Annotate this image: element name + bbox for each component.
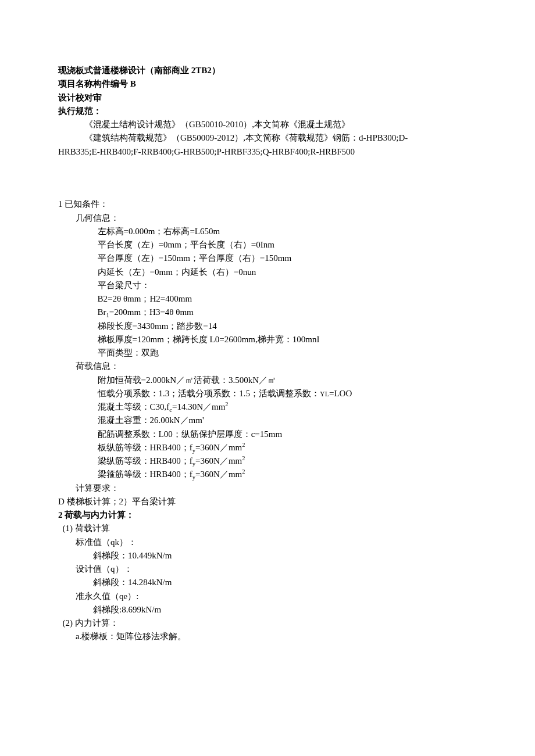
text: =LOO [329,389,352,398]
q-value: 斜梯段：14.284kN/m [58,576,477,589]
spec-line-2a: 《建筑结构荷载规范》（GB50009-2012）,本文简称《荷载规范》钢筋：d-… [58,131,477,145]
geom-line: 梯段长度=3430mm；踏步数=14 [58,320,477,333]
text: 梁纵筋等级：HRB400；f [98,456,192,465]
text: 恒载分项系数：1.3；活载分项系数：1.5；活载调整系数： [98,389,320,398]
superscript: 2 [242,442,245,448]
text: =200mm；H3=4θ θmm [109,307,194,317]
text: 板纵筋等级：HRB400；f [98,443,192,452]
geom-line: Br1=200mm；H3=4θ θmm [58,306,477,319]
superscript: 2 [242,455,245,461]
line-design-review: 设计校对审 [58,91,477,105]
calc-sub-2a: a.楼梯板：矩阵位移法求解。 [58,630,477,643]
qe-head: 准永久值（qe）: [58,590,477,603]
text: =14.30N／mm [172,402,225,411]
qe-value: 斜梯段:8.699kN/m [58,603,477,617]
geom-line: 内延长（左）=0mm；内延长（右）=0nun [58,266,477,279]
load-line: 附加恒荷载=2.000kN／㎡活荷载：3.500kN／㎡ [58,374,477,387]
geom-line: 平台厚度（左）=150mm；平台厚度（右）=150mm [58,252,477,265]
geom-line: 平面类型：双跑 [58,346,477,360]
text: Br [98,307,106,317]
geom-head: 几何信息： [58,212,477,225]
section-1-head: 1 已知条件： [58,198,477,211]
geom-line: B2=2θ θmm；H2=400mm [58,292,477,306]
document-body: 现浇板式普通楼梯设计（南部商业 2TB2） 项目名称构件编号 B 设计校对审 执… [58,64,477,644]
title-bold: 现浇板式普通楼梯设计（南部商业 2TB2） [58,66,220,75]
design-title: 现浇板式普通楼梯设计（南部商业 2TB2） [58,64,477,77]
load-line: 混凝土容重：26.00kN／mm' [58,414,477,427]
text: =360N／mm [195,470,242,479]
qk-head: 标准值（qk）： [58,536,477,549]
load-line: 板纵筋等级：HRB400；fy=360N／mm2 [58,441,477,454]
load-line: 恒载分项系数：1.3；活载分项系数：1.5；活载调整系数：YL=LOO [58,387,477,400]
load-line: 梁箍筋等级：HRB400；fy=360N／mm2 [58,468,477,481]
geom-line: 梯板厚度=120mm；梯跨长度 L0=2600mm,梯井宽：100mnI [58,333,477,346]
text: =360N／mm [195,456,242,465]
section-2-head: 2 荷载与内力计算： [58,508,477,522]
gamma-yl: YL [320,390,329,398]
load-line: 配筋调整系数：L00；纵筋保护层厚度：c=15mm [58,428,477,441]
spec-line-1: 《混凝土结构设计规范》（GB50010-2010）,本文简称《混凝土规范》 [58,118,477,131]
geom-line: 左标高=0.000m；右标高=L650m [58,225,477,238]
qk-value: 斜梯段：10.449kN/m [58,549,477,562]
calc-sub-1: (1) 荷载计算 [58,522,477,535]
superscript: 2 [242,468,245,475]
geom-line: 平台长度（左）=0mm；平台长度（右）=0Inm [58,238,477,252]
text: 混凝土等级：C30,f [98,402,170,411]
load-line: 混凝土等级：C30,fc=14.30N／mm2 [58,400,477,414]
calc-sub-2: (2) 内力计算： [58,617,477,630]
text: 活荷载：3.500kN／㎡ [194,375,276,385]
line-project: 项目名称构件编号 B [58,77,477,91]
geom-line: 平台梁尺寸： [58,279,477,292]
spec-line-2b: HRB335;E-HRB400;F-RRB400;G-HRB500;P-HRBF… [58,145,477,159]
load-head: 荷载信息： [58,360,477,373]
calc-req-head: 计算要求： [58,482,477,495]
text: 梁箍筋等级：HRB400；f [98,470,192,479]
line-spec-head: 执行规范： [58,105,477,118]
superscript: 2 [225,401,228,407]
text: =360N／mm [195,443,242,452]
load-line: 梁纵筋等级：HRB400；fy=360N／mm2 [58,454,477,468]
calc-req-body: D 楼梯板计算；2）平台梁计算 [58,495,477,508]
text: 附加恒荷载=2.000kN／㎡ [98,375,194,385]
vertical-gap [58,159,477,198]
q-head: 设计值（q）： [58,562,477,576]
